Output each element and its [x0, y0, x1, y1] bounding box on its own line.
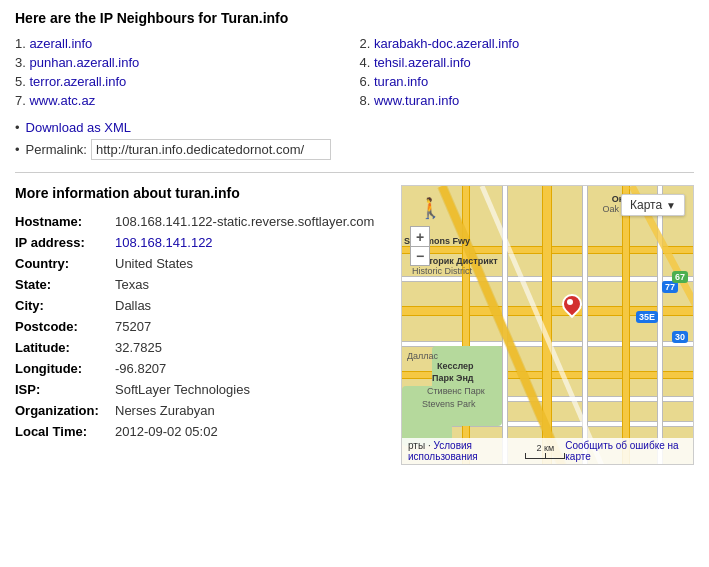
table-row: City: Dallas	[15, 295, 385, 316]
table-row: Postcode: 75207	[15, 316, 385, 337]
map-label: Даллас	[407, 351, 438, 361]
row-label: ISP:	[15, 379, 115, 400]
item-number: 8.	[360, 93, 374, 108]
scale-label: 2 км	[536, 443, 554, 453]
row-value: 75207	[115, 316, 385, 337]
road	[542, 186, 552, 464]
scale-bar: 2 км	[525, 443, 565, 459]
road	[582, 186, 588, 464]
error-report-link[interactable]: Сообщить об ошибке на карте	[565, 440, 687, 462]
highway-badge-35e: 35E	[636, 311, 658, 323]
table-row: State: Texas	[15, 274, 385, 295]
row-label: Postcode:	[15, 316, 115, 337]
neighbour-link-6[interactable]: turan.info	[374, 74, 428, 89]
item-number: 2.	[360, 36, 374, 51]
highway-badge-67: 67	[672, 271, 688, 283]
map-container[interactable]: Ок Лон Oak Lawn Дал Dal Хисторик Дистрик…	[401, 185, 694, 465]
permalink-item: Permalink:	[15, 139, 694, 160]
map-label: Парк Энд	[432, 373, 474, 383]
row-label: Country:	[15, 253, 115, 274]
page-title: Here are the IP Neighbours for Turan.inf…	[15, 10, 694, 26]
list-item: 4. tehsil.azerall.info	[360, 55, 695, 70]
map-marker	[560, 294, 580, 324]
row-label: Organization:	[15, 400, 115, 421]
row-label: Latitude:	[15, 337, 115, 358]
ip-neighbours-section: Here are the IP Neighbours for Turan.inf…	[15, 10, 694, 160]
row-value: SoftLayer Technologies	[115, 379, 385, 400]
terms-link[interactable]: Условия использования	[408, 440, 478, 462]
table-row: IP address: 108.168.141.122	[15, 232, 385, 253]
item-number: 3.	[15, 55, 29, 70]
row-label: State:	[15, 274, 115, 295]
list-item: 5. terror.azerall.info	[15, 74, 350, 89]
row-label: Hostname:	[15, 211, 115, 232]
list-item: 2. karabakh-doc.azerall.info	[360, 36, 695, 51]
map-type-selector[interactable]: Карта ▼	[621, 194, 685, 216]
meta-list: Download as XML Permalink:	[15, 120, 694, 160]
list-item: 1. azerall.info	[15, 36, 350, 51]
row-value: Nerses Zurabyan	[115, 400, 385, 421]
table-row: Latitude: 32.7825	[15, 337, 385, 358]
row-value: 2012-09-02 05:02	[115, 421, 385, 442]
map-label: Stevens Park	[422, 399, 476, 409]
item-number: 7.	[15, 93, 29, 108]
row-value: -96.8207	[115, 358, 385, 379]
row-value: 108.168.141.122	[115, 232, 385, 253]
row-value: United States	[115, 253, 385, 274]
info-table: More information about turan.info Hostna…	[15, 185, 385, 465]
ip-link[interactable]: 108.168.141.122	[115, 235, 213, 250]
neighbour-link-8[interactable]: www.turan.info	[374, 93, 459, 108]
list-item: 8. www.turan.info	[360, 93, 695, 108]
neighbour-link-3[interactable]: punhan.azerall.info	[29, 55, 139, 70]
neighbour-link-5[interactable]: terror.azerall.info	[29, 74, 126, 89]
row-value: Texas	[115, 274, 385, 295]
zoom-in-button[interactable]: +	[410, 226, 430, 246]
row-value: Dallas	[115, 295, 385, 316]
road	[657, 186, 663, 464]
neighbours-grid: 1. azerall.info 2. karabakh-doc.azerall.…	[15, 36, 694, 108]
neighbour-link-7[interactable]: www.atc.az	[29, 93, 95, 108]
row-label: City:	[15, 295, 115, 316]
list-item: 7. www.atc.az	[15, 93, 350, 108]
item-number: 1.	[15, 36, 29, 51]
map-label: Кесслер	[437, 361, 474, 371]
download-xml-link[interactable]: Download as XML	[26, 120, 132, 135]
neighbour-link-2[interactable]: karabakh-doc.azerall.info	[374, 36, 519, 51]
highway-badge-30: 30	[672, 331, 688, 343]
more-info-section: More information about turan.info Hostna…	[15, 185, 694, 465]
permalink-label: Permalink:	[26, 142, 87, 157]
scale-line	[525, 453, 565, 459]
map-label: Стивенс Парк	[427, 386, 485, 396]
person-icon: 🚶	[418, 196, 443, 220]
list-item: 6. turan.info	[360, 74, 695, 89]
download-item: Download as XML	[15, 120, 694, 135]
table-row: Country: United States	[15, 253, 385, 274]
table-row: Local Time: 2012-09-02 05:02	[15, 421, 385, 442]
row-label: IP address:	[15, 232, 115, 253]
road	[502, 186, 508, 464]
table-row: Hostname: 108.168.141.122-static.reverse…	[15, 211, 385, 232]
zoom-out-button[interactable]: −	[410, 246, 430, 266]
map-footer: рты · Условия использования 2 км Сообщит…	[402, 438, 693, 464]
map-type-label: Карта	[630, 198, 662, 212]
row-label: Longitude:	[15, 358, 115, 379]
map-label: Historic District	[412, 266, 472, 276]
row-value: 32.7825	[115, 337, 385, 358]
section-divider	[15, 172, 694, 173]
row-label: Local Time:	[15, 421, 115, 442]
item-number: 6.	[360, 74, 374, 89]
map-zoom-controls: + −	[410, 226, 430, 266]
chevron-down-icon: ▼	[666, 200, 676, 211]
item-number: 4.	[360, 55, 374, 70]
table-row: Organization: Nerses Zurabyan	[15, 400, 385, 421]
permalink-input[interactable]	[91, 139, 331, 160]
map-background: Ок Лон Oak Lawn Дал Dal Хисторик Дистрик…	[402, 186, 693, 464]
neighbour-link-1[interactable]: azerall.info	[29, 36, 92, 51]
row-value: 108.168.141.122-static.reverse.softlayer…	[115, 211, 385, 232]
map-footer-text: рты · Условия использования	[408, 440, 525, 462]
list-item: 3. punhan.azerall.info	[15, 55, 350, 70]
more-info-title: More information about turan.info	[15, 185, 385, 201]
info-data-table: Hostname: 108.168.141.122-static.reverse…	[15, 211, 385, 442]
table-row: ISP: SoftLayer Technologies	[15, 379, 385, 400]
neighbour-link-4[interactable]: tehsil.azerall.info	[374, 55, 471, 70]
